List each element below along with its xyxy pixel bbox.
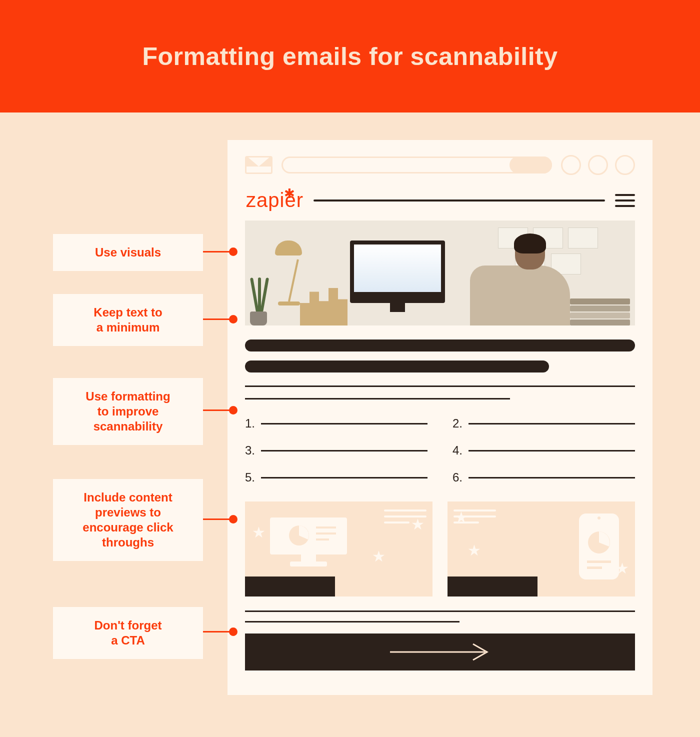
preview-card: ★★★: [245, 502, 432, 596]
connector-line: [203, 251, 233, 252]
connector-line: [203, 631, 233, 632]
callout-use-visuals: Use visuals: [53, 234, 203, 271]
list-item: 6.: [452, 470, 635, 484]
title-line-placeholder: [314, 200, 605, 202]
numbered-list: 1. 2. 3. 4. 5. 6.: [245, 416, 635, 484]
callout-content-previews: Include contentpreviews toencourage clic…: [53, 479, 203, 561]
connector-line: [203, 518, 233, 520]
page-title: Formatting emails for scannability: [142, 42, 558, 71]
connector-line: [203, 410, 233, 411]
window-controls: [561, 155, 635, 175]
email-mockup: zapier✱ 1. 2. 3. 4. 5.: [228, 140, 652, 695]
callout-label: Use formattingto improvescannability: [67, 389, 189, 434]
list-item: 5.: [245, 470, 428, 484]
svg-rect-6: [316, 538, 329, 540]
callout-label: Include contentpreviews toencourage clic…: [67, 490, 189, 550]
callout-label: Keep text toa minimum: [67, 305, 189, 335]
callout-cta: Don't forgeta CTA: [53, 607, 203, 659]
svg-point-8: [598, 516, 600, 520]
list-number: 2.: [452, 416, 462, 430]
list-number: 3.: [245, 444, 255, 458]
callout-label: Use visuals: [67, 245, 189, 260]
svg-rect-10: [587, 560, 611, 563]
callout-use-formatting: Use formattingto improvescannability: [53, 378, 203, 445]
email-topbar: [245, 155, 635, 175]
hero-image: [245, 220, 635, 326]
svg-rect-2: [290, 562, 327, 566]
search-button-icon: [510, 156, 552, 174]
svg-rect-1: [301, 554, 316, 562]
zapier-logo: zapier✱: [245, 189, 304, 212]
list-item: 3.: [245, 444, 428, 458]
list-item: 4.: [452, 444, 635, 458]
callout-label: Don't forgeta CTA: [67, 618, 189, 648]
connector-line: [203, 318, 233, 320]
arrow-right-icon: [385, 642, 495, 662]
cta-button: [245, 634, 635, 670]
preview-card: ★★★: [448, 502, 635, 596]
zapier-asterisk-icon: ✱: [284, 186, 296, 202]
hamburger-icon: [615, 194, 635, 207]
list-number: 6.: [452, 470, 462, 484]
list-number: 5.: [245, 470, 255, 484]
footer-paragraph-placeholder: [245, 610, 635, 622]
card-button-placeholder: [448, 576, 538, 596]
svg-rect-4: [316, 526, 336, 528]
infographic-canvas: Formatting emails for scannability zapie…: [0, 0, 700, 737]
paragraph-placeholder: [245, 386, 635, 400]
header-banner: Formatting emails for scannability: [0, 0, 700, 112]
list-item: 1.: [245, 416, 428, 430]
heading-placeholder: [245, 340, 635, 372]
card-button-placeholder: [245, 576, 335, 596]
search-bar: [282, 156, 552, 174]
list-number: 4.: [452, 444, 462, 458]
desktop-icon: [266, 516, 351, 572]
callout-keep-text-minimum: Keep text toa minimum: [53, 294, 203, 346]
phone-icon: [577, 512, 621, 582]
list-number: 1.: [245, 416, 255, 430]
svg-rect-11: [587, 566, 602, 569]
brand-row: zapier✱: [245, 189, 635, 212]
mail-icon: [245, 156, 272, 174]
content-preview-cards: ★★★ ★★★: [245, 502, 635, 596]
svg-rect-5: [316, 532, 336, 534]
list-item: 2.: [452, 416, 635, 430]
